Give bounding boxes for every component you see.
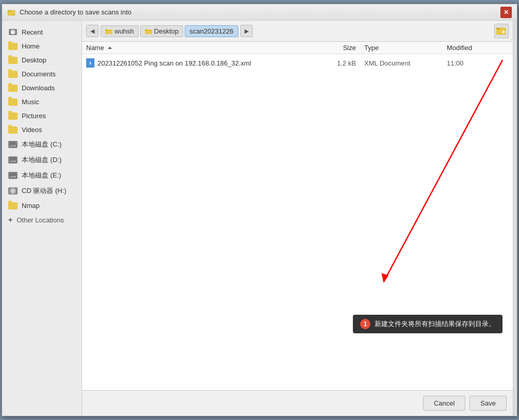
titlebar-title: Choose a directory to save scans into [20, 8, 500, 16]
forward-button[interactable]: ▶ [240, 25, 253, 37]
sidebar-item-drive-h[interactable]: CD 驱动器 (H:) [2, 183, 82, 199]
column-headers: Name Size Type Modified [82, 42, 513, 54]
sidebar-item-home[interactable]: Home [2, 39, 82, 53]
sidebar-item-label: Videos [22, 126, 42, 134]
bottom-area: Cancel Save [82, 390, 513, 416]
drive-icon [8, 141, 18, 148]
folder-icon [8, 99, 18, 106]
col-name-header[interactable]: Name [86, 44, 323, 52]
svg-line-26 [384, 60, 502, 280]
svg-point-17 [12, 190, 13, 191]
dialog-window: Choose a directory to save scans into ✕ … [2, 4, 517, 416]
folder-icon [8, 202, 18, 209]
file-list: X 202312261052 Ping scan on 192.168.0.18… [82, 54, 513, 390]
svg-rect-1 [8, 10, 11, 11]
drive-icon [8, 156, 18, 164]
svg-rect-23 [496, 28, 500, 29]
folder-icon [8, 112, 18, 120]
table-row[interactable]: X 202312261052 Ping scan on 192.168.0.18… [82, 56, 513, 70]
breadcrumb-desktop[interactable]: Desktop [140, 25, 184, 37]
file-type: XML Document [364, 59, 447, 67]
svg-point-11 [14, 161, 15, 162]
sidebar-item-label: 本地磁盘 (C:) [22, 140, 61, 149]
titlebar-icon [7, 8, 15, 17]
sidebar-item-downloads[interactable]: Downloads [2, 81, 82, 95]
drive-icon [8, 172, 18, 179]
svg-rect-21 [145, 29, 148, 30]
sidebar-item-label: Nmap [22, 202, 40, 209]
svg-marker-27 [382, 273, 389, 283]
annotation-arrow [82, 54, 513, 390]
folder-icon [8, 126, 18, 134]
sidebar-item-desktop[interactable]: Desktop [2, 53, 82, 67]
sidebar-item-label: CD 驱动器 (H:) [22, 186, 67, 196]
file-size: 1.2 kB [323, 59, 364, 67]
sidebar-item-label: Music [22, 98, 39, 106]
file-name: X 202312261052 Ping scan on 192.168.0.18… [86, 58, 323, 68]
svg-point-8 [14, 146, 15, 147]
folder-icon [8, 43, 18, 50]
folder-icon [8, 71, 18, 78]
toolbar: ◀ wuhsh Desktop [82, 21, 513, 42]
new-folder-icon [496, 26, 507, 36]
sidebar-item-label: 本地磁盘 (E:) [22, 171, 61, 180]
tooltip-number: 1 [360, 319, 370, 329]
sidebar-item-recent[interactable]: Recent [2, 25, 82, 39]
sidebar-item-nmap[interactable]: Nmap [2, 199, 82, 213]
sidebar-item-label: Pictures [22, 112, 46, 120]
sidebar-item-drive-c[interactable]: 本地磁盘 (C:) [2, 137, 82, 152]
sidebar-item-label: Downloads [22, 84, 55, 92]
col-modified-header[interactable]: Modified [447, 44, 509, 52]
breadcrumb-label: scan20231226 [189, 27, 233, 35]
sidebar-item-label: 本地磁盘 (D:) [22, 155, 61, 165]
clock-icon [8, 28, 18, 36]
titlebar: Choose a directory to save scans into ✕ [2, 4, 517, 21]
main-content: Recent Home Desktop Documents Downloads [2, 21, 517, 416]
sidebar-item-music[interactable]: Music [2, 95, 82, 109]
file-area: ◀ wuhsh Desktop [82, 21, 513, 416]
plus-icon: + [8, 216, 12, 224]
breadcrumb-label: wuhsh [115, 27, 134, 35]
scrollbar-right[interactable] [513, 21, 517, 416]
sidebar-item-label: Home [22, 42, 40, 50]
breadcrumb-label: Desktop [154, 27, 179, 35]
sidebar-item-drive-e[interactable]: 本地磁盘 (E:) [2, 168, 82, 183]
tooltip: 1 新建文件夹将所有扫描结果保存到目录。 [353, 315, 502, 333]
sidebar-item-label: Desktop [22, 56, 46, 64]
cd-icon [8, 187, 18, 195]
sidebar-item-pictures[interactable]: Pictures [2, 109, 82, 123]
tooltip-text: 新建文件夹将所有扫描结果保存到目录。 [375, 319, 495, 329]
sidebar-item-label: Recent [22, 28, 43, 36]
svg-rect-19 [105, 29, 108, 30]
sidebar-item-label: Other Locations [17, 216, 64, 224]
breadcrumb-wuhsh[interactable]: wuhsh [101, 25, 139, 37]
close-button[interactable]: ✕ [500, 7, 512, 18]
folder-icon [8, 57, 18, 64]
file-modified: 11:00 [447, 59, 509, 67]
col-type-header[interactable]: Type [364, 44, 447, 52]
sidebar-item-drive-d[interactable]: 本地磁盘 (D:) [2, 152, 82, 168]
sidebar-item-label: Documents [22, 70, 56, 78]
folder-icon [105, 28, 112, 34]
sidebar: Recent Home Desktop Documents Downloads [2, 21, 82, 416]
sidebar-item-documents[interactable]: Documents [2, 67, 82, 81]
breadcrumb: wuhsh Desktop scan20231226 [101, 25, 238, 37]
cancel-button[interactable]: Cancel [423, 396, 465, 411]
xml-file-icon: X [86, 58, 94, 68]
annotation-overlay [82, 54, 513, 390]
svg-point-14 [14, 176, 15, 177]
folder-icon [8, 85, 18, 92]
new-folder-button[interactable] [494, 24, 509, 38]
folder-icon [145, 28, 152, 34]
sort-icon [108, 46, 112, 49]
sidebar-item-videos[interactable]: Videos [2, 123, 82, 137]
breadcrumb-scan[interactable]: scan20231226 [185, 25, 238, 37]
col-size-header[interactable]: Size [323, 44, 364, 52]
back-button[interactable]: ◀ [86, 25, 99, 37]
sidebar-item-other-locations[interactable]: + Other Locations [2, 213, 82, 227]
save-button[interactable]: Save [469, 396, 507, 411]
